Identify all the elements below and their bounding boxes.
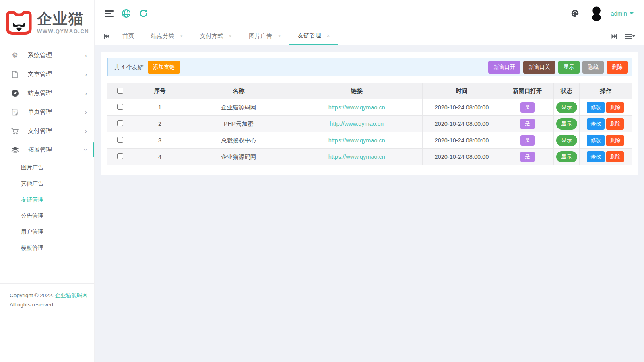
friend-links-table: 序号 名称 链接 时间 新窗口打开 状态 操作 1 企业猫源码网 https:/… xyxy=(107,83,632,165)
delete-button[interactable]: 删除 xyxy=(606,102,624,113)
menu-label: 拓展管理 xyxy=(28,146,85,154)
chevron-down-icon: › xyxy=(83,149,89,151)
user-avatar[interactable] xyxy=(588,5,605,22)
col-name: 名称 xyxy=(186,83,291,99)
brand-url: WWW.QYMAO.CN xyxy=(37,28,89,34)
add-friend-link-button[interactable]: 添加友链 xyxy=(148,61,180,74)
caret-down-icon xyxy=(630,12,634,14)
sidebar-item-users[interactable]: 用户管理 xyxy=(0,224,94,240)
status-badge[interactable]: 显示 xyxy=(556,102,577,113)
file-icon xyxy=(11,70,19,78)
row-checkbox[interactable] xyxy=(117,137,123,143)
brand-name: 企业猫 xyxy=(37,11,89,27)
theme-palette-icon[interactable] xyxy=(571,9,579,18)
col-seq: 序号 xyxy=(134,83,186,99)
bulk-actions: 新窗口开 新窗口关 显示 隐藏 删除 xyxy=(488,61,628,74)
link-count: 4 xyxy=(122,64,125,70)
scroll-tabs-start-icon[interactable] xyxy=(99,27,114,45)
row-name: 企业猫源码网 xyxy=(186,99,291,116)
row-link[interactable]: http://www.qymao.cn xyxy=(330,121,384,127)
scroll-tabs-end-icon[interactable] xyxy=(607,27,621,45)
chevron-right-icon: › xyxy=(85,90,87,97)
bulk-show-button[interactable]: 显示 xyxy=(558,61,580,74)
chevron-right-icon: › xyxy=(85,71,87,78)
sidebar-item-image-ads[interactable]: 图片广告 xyxy=(0,159,94,175)
globe-icon[interactable] xyxy=(122,9,131,18)
table-row: 1 企业猫源码网 https://www.qymao.cn 2020-10-24… xyxy=(107,99,632,116)
status-badge[interactable]: 显示 xyxy=(556,151,577,162)
delete-button[interactable]: 删除 xyxy=(606,135,624,146)
tab-image-ads[interactable]: 图片广告× xyxy=(240,27,289,45)
close-icon[interactable]: × xyxy=(327,33,330,39)
bulk-newwindow-on-button[interactable]: 新窗口开 xyxy=(488,61,520,74)
sidebar-item-site[interactable]: 站点管理 › xyxy=(0,84,94,103)
sidebar-menu: ⚙ 系统管理 › 文章管理 › 站点管理 › ? 单页管理 › xyxy=(0,46,94,256)
bulk-hide-button[interactable]: 隐藏 xyxy=(582,61,604,74)
tab-home[interactable]: 首页 xyxy=(114,27,142,45)
menu-toggle-icon[interactable] xyxy=(105,10,114,17)
col-action: 操作 xyxy=(579,83,632,99)
tab-site-category[interactable]: 站点分类× xyxy=(142,27,192,45)
row-checkbox[interactable] xyxy=(117,120,123,126)
newwindow-badge[interactable]: 是 xyxy=(520,135,535,146)
copyright-link[interactable]: 企业猫源码网 xyxy=(55,292,88,298)
main-content: 共4个友链 添加友链 新窗口开 新窗口关 显示 隐藏 删除 序号 名称 xyxy=(95,45,644,362)
cart-icon xyxy=(11,127,19,135)
select-all-checkbox[interactable] xyxy=(117,88,123,94)
bulk-delete-button[interactable]: 删除 xyxy=(607,61,628,74)
row-seq: 1 xyxy=(134,99,186,116)
row-name: 企业猫源码网 xyxy=(186,149,291,165)
sidebar-item-extension[interactable]: 拓展管理 › xyxy=(0,140,94,159)
edit-button[interactable]: 修改 xyxy=(587,102,605,113)
edit-button[interactable]: 修改 xyxy=(587,118,605,130)
sidebar-item-other-ads[interactable]: 其他广告 xyxy=(0,175,94,191)
menu-label: 支付管理 xyxy=(28,127,85,135)
tabs: 首页 站点分类× 支付方式× 图片广告× 友链管理× xyxy=(114,27,607,45)
sidebar-item-announcements[interactable]: 公告管理 xyxy=(0,208,94,224)
edit-button[interactable]: 修改 xyxy=(587,151,605,162)
close-icon[interactable]: × xyxy=(229,33,232,39)
brand-logo[interactable]: 企业猫 WWW.QYMAO.CN xyxy=(0,0,94,43)
sidebar-item-templates[interactable]: 模板管理 xyxy=(0,240,94,256)
row-checkbox[interactable] xyxy=(117,104,123,110)
table-header-row: 序号 名称 链接 时间 新窗口打开 状态 操作 xyxy=(107,83,632,99)
newwindow-badge[interactable]: 是 xyxy=(520,119,535,129)
tab-friend-links[interactable]: 友链管理× xyxy=(289,27,339,45)
svg-text:?: ? xyxy=(13,110,15,113)
newwindow-badge[interactable]: 是 xyxy=(520,152,535,162)
sidebar-item-article[interactable]: 文章管理 › xyxy=(0,65,94,84)
top-header: admin xyxy=(95,0,644,27)
status-badge[interactable]: 显示 xyxy=(556,118,577,130)
sidebar-item-friend-links[interactable]: 友链管理 xyxy=(0,191,94,208)
row-link[interactable]: https://www.qymao.cn xyxy=(328,137,385,144)
delete-button[interactable]: 删除 xyxy=(606,118,624,130)
col-link: 链接 xyxy=(291,83,422,99)
bulk-newwindow-off-button[interactable]: 新窗口关 xyxy=(523,61,555,74)
refresh-icon[interactable] xyxy=(139,9,148,18)
status-badge[interactable]: 显示 xyxy=(556,135,577,146)
sidebar-item-page[interactable]: ? 单页管理 › xyxy=(0,103,94,121)
cat-logo-icon xyxy=(3,8,35,37)
close-icon[interactable]: × xyxy=(180,33,183,39)
tab-options-icon[interactable] xyxy=(621,27,639,45)
delete-button[interactable]: 删除 xyxy=(606,151,624,162)
close-icon[interactable]: × xyxy=(278,33,281,39)
menu-label: 单页管理 xyxy=(28,108,85,116)
row-link[interactable]: https://www.qymao.cn xyxy=(328,104,385,111)
sidebar-item-payment[interactable]: 支付管理 › xyxy=(0,121,94,140)
newwindow-badge[interactable]: 是 xyxy=(520,102,535,113)
row-name: 总裁授权中心 xyxy=(186,132,291,149)
sidebar-footer-divider: Copyright © 2022. 企业猫源码网 All rights rese… xyxy=(0,283,94,310)
gear-icon: ⚙ xyxy=(11,51,19,60)
user-dropdown[interactable]: admin xyxy=(611,10,634,17)
menu-label: 文章管理 xyxy=(28,70,85,78)
menu-label: 系统管理 xyxy=(28,51,85,59)
username: admin xyxy=(611,10,627,17)
sidebar: 企业猫 WWW.QYMAO.CN ⚙ 系统管理 › 文章管理 › 站点管理 › … xyxy=(0,0,95,362)
tab-payment-method[interactable]: 支付方式× xyxy=(192,27,241,45)
row-link[interactable]: https://www.qymao.cn xyxy=(328,154,385,160)
row-checkbox[interactable] xyxy=(117,153,123,159)
chevron-right-icon: › xyxy=(85,52,87,59)
sidebar-item-system[interactable]: ⚙ 系统管理 › xyxy=(0,46,94,65)
edit-button[interactable]: 修改 xyxy=(587,135,605,146)
